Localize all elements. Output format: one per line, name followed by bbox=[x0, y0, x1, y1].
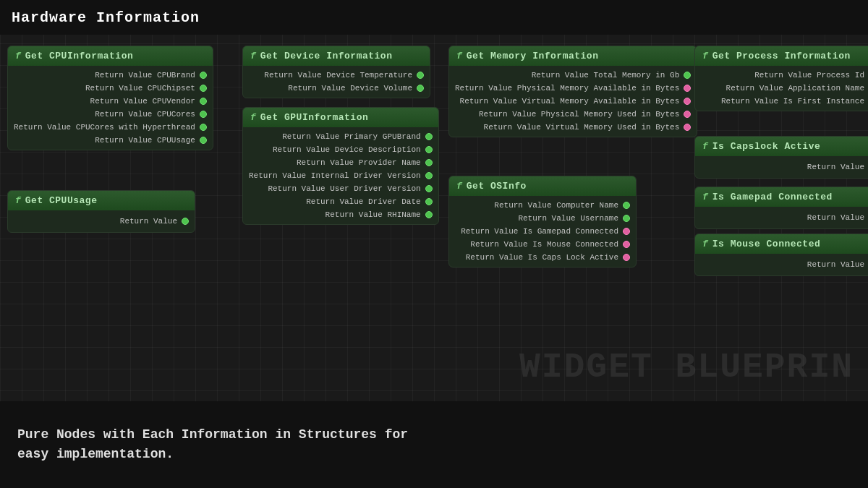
node-row: Return Value CPUCores with Hyperthread bbox=[8, 121, 213, 134]
pin-green bbox=[425, 198, 433, 205]
node-row: Return Value bbox=[695, 258, 868, 271]
page-title: Hardware Information bbox=[12, 9, 200, 26]
node-row: Return Value CPUVendor bbox=[8, 95, 213, 108]
row-label: Return Value Is Gamepad Connected bbox=[455, 227, 618, 236]
pin-green bbox=[425, 185, 433, 192]
node-title: Get Memory Information bbox=[467, 51, 599, 61]
node-row: Return Value bbox=[695, 160, 868, 174]
pin-pink bbox=[623, 254, 630, 261]
pin-green bbox=[425, 159, 433, 166]
node-is-mouse-connected[interactable]: fIs Mouse ConnectedReturn Value bbox=[694, 234, 868, 276]
node-header-get-os-info: fGet OSInfo bbox=[449, 176, 636, 196]
row-label: Return Value Physical Memory Used in Byt… bbox=[455, 110, 679, 119]
node-header-get-process-information: fGet Process Information bbox=[695, 46, 868, 66]
function-icon: f bbox=[702, 51, 708, 61]
function-icon: f bbox=[702, 192, 708, 202]
row-label: Return Value Physical Memory Available i… bbox=[455, 84, 679, 93]
node-row: Return Value CPUChipset bbox=[8, 82, 213, 95]
node-row: Return Value Is First Instance bbox=[695, 95, 868, 108]
pin-green bbox=[200, 111, 207, 118]
row-label: Return Value Device Description bbox=[249, 145, 421, 154]
node-title: Get CPUInformation bbox=[25, 51, 133, 61]
pin-green bbox=[425, 146, 433, 153]
node-body-get-process-information: Return Value Process IdReturn Value Appl… bbox=[695, 66, 868, 111]
node-header-get-memory-information: fGet Memory Information bbox=[449, 46, 697, 66]
node-body-get-memory-information: Return Value Total Memory in GbReturn Va… bbox=[449, 66, 697, 137]
node-header-is-gamepad-connected: fIs Gamepad Connected bbox=[695, 187, 868, 207]
node-get-cpu-usage[interactable]: fGet CPUUsageReturn Value bbox=[7, 190, 195, 233]
node-get-process-information[interactable]: fGet Process InformationReturn Value Pro… bbox=[694, 46, 868, 111]
function-icon: f bbox=[250, 112, 256, 123]
node-row: Return Value Is Gamepad Connected bbox=[449, 225, 636, 238]
node-body-is-mouse-connected: Return Value bbox=[695, 254, 868, 275]
node-row: Return Value bbox=[695, 211, 868, 224]
node-row: Return Value Internal Driver Version bbox=[243, 169, 438, 182]
row-label: Return Value bbox=[14, 217, 177, 226]
node-row: Return Value Virtual Memory Available in… bbox=[449, 95, 697, 108]
node-is-gamepad-connected[interactable]: fIs Gamepad ConnectedReturn Value bbox=[694, 187, 868, 229]
row-label: Return Value bbox=[701, 213, 864, 222]
row-label: Return Value CPUBrand bbox=[14, 71, 195, 80]
row-label: Return Value Computer Name bbox=[455, 201, 618, 210]
pin-pink bbox=[623, 228, 630, 235]
row-label: Return Value Internal Driver Version bbox=[249, 171, 421, 180]
row-label: Return Value Primary GPUBrand bbox=[249, 132, 421, 141]
node-header-is-capslock-active: fIs Capslock Active bbox=[695, 137, 868, 156]
pin-green bbox=[200, 124, 207, 131]
node-title: Get GPUInformation bbox=[260, 112, 368, 123]
function-icon: f bbox=[15, 195, 21, 206]
watermark-text: WIDGET BLUEPRIN bbox=[519, 348, 854, 387]
node-is-capslock-active[interactable]: fIs Capslock ActiveReturn Value bbox=[694, 136, 868, 179]
row-label: Return Value Provider Name bbox=[249, 158, 421, 167]
node-row: Return Value Application Name bbox=[695, 82, 868, 95]
pin-pink bbox=[684, 111, 691, 118]
pin-green bbox=[200, 85, 207, 92]
function-icon: f bbox=[702, 239, 708, 249]
pin-green bbox=[200, 98, 207, 105]
pin-green bbox=[425, 133, 433, 140]
row-label: Return Value Is Mouse Connected bbox=[455, 240, 618, 249]
row-label: Return Value Virtual Memory Used in Byte… bbox=[455, 123, 679, 132]
node-get-cpu-information[interactable]: fGet CPUInformationReturn Value CPUBrand… bbox=[7, 46, 213, 150]
node-get-memory-information[interactable]: fGet Memory InformationReturn Value Tota… bbox=[448, 46, 697, 137]
node-body-get-device-information: Return Value Device TemperatureReturn Va… bbox=[243, 66, 430, 98]
row-label: Return Value Is First Instance bbox=[701, 97, 864, 106]
node-row: Return Value RHIName bbox=[243, 208, 438, 221]
pin-pink bbox=[684, 85, 691, 92]
pin-pink bbox=[623, 241, 630, 248]
pin-green bbox=[623, 215, 630, 222]
node-body-is-gamepad-connected: Return Value bbox=[695, 207, 868, 228]
row-label: Return Value CPUCores with Hyperthread bbox=[14, 123, 195, 132]
node-row: Return Value Device Volume bbox=[243, 82, 430, 95]
pin-green bbox=[182, 218, 189, 225]
node-header-is-mouse-connected: fIs Mouse Connected bbox=[695, 234, 868, 254]
row-label: Return Value CPUCores bbox=[14, 110, 195, 119]
pin-green bbox=[684, 72, 691, 79]
row-label: Return Value bbox=[701, 260, 864, 269]
bottom-description: Pure Nodes with Each Information in Stru… bbox=[17, 425, 408, 464]
node-row: Return Value Physical Memory Used in Byt… bbox=[449, 108, 697, 121]
row-label: Return Value Device Volume bbox=[249, 84, 412, 93]
node-get-os-info[interactable]: fGet OSInfoReturn Value Computer NameRet… bbox=[448, 176, 637, 267]
function-icon: f bbox=[250, 51, 256, 61]
blueprint-canvas[interactable]: WIDGET BLUEPRIN fGet CPUInformationRetur… bbox=[0, 35, 868, 401]
pin-green bbox=[425, 172, 433, 179]
pin-pink bbox=[684, 124, 691, 131]
row-label: Return Value CPUVendor bbox=[14, 97, 195, 106]
node-title: Get Device Information bbox=[260, 51, 393, 61]
node-get-device-information[interactable]: fGet Device InformationReturn Value Devi… bbox=[242, 46, 430, 98]
row-label: Return Value bbox=[701, 163, 864, 171]
node-get-gpu-information[interactable]: fGet GPUInformationReturn Value Primary … bbox=[242, 107, 439, 225]
node-title: Is Gamepad Connected bbox=[712, 192, 833, 202]
pin-green bbox=[417, 72, 424, 79]
pin-pink bbox=[684, 98, 691, 105]
pin-green bbox=[623, 202, 630, 209]
function-icon: f bbox=[456, 51, 462, 61]
node-body-is-capslock-active: Return Value bbox=[695, 156, 868, 178]
row-label: Return Value Driver Date bbox=[249, 197, 421, 206]
node-row: Return Value Is Caps Lock Active bbox=[449, 251, 636, 264]
row-label: Return Value Is Caps Lock Active bbox=[455, 253, 618, 262]
pin-green bbox=[200, 137, 207, 144]
row-label: Return Value Total Memory in Gb bbox=[455, 71, 679, 80]
node-row: Return Value CPUUsage bbox=[8, 134, 213, 147]
